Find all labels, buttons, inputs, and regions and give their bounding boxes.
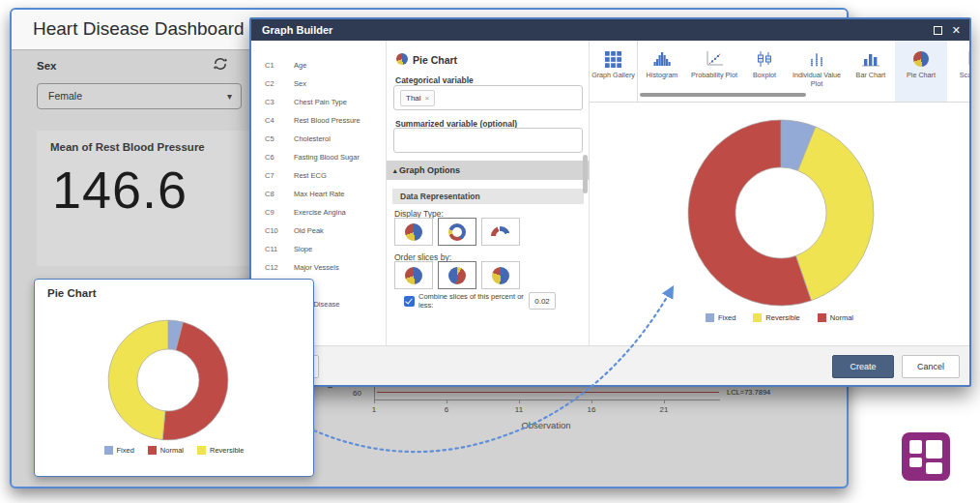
- screenshot-stage: Heart Disease Dashboard Sex Female ▾ Mea…: [0, 0, 980, 503]
- gallery-scrollbar[interactable]: [640, 93, 806, 97]
- dialog-footer: Reset Create Cancel: [251, 345, 969, 385]
- variable-chip-label: Thal: [406, 94, 421, 103]
- boxplot-icon: [755, 48, 774, 70]
- pie-chart-panel[interactable]: Pie Chart FixedNormalReversible: [34, 279, 314, 477]
- column-row-C10[interactable]: C10Old Peak: [251, 222, 386, 240]
- maximize-icon[interactable]: [934, 26, 942, 35]
- column-row-C3[interactable]: C3Chest Pain Type: [251, 93, 386, 111]
- refresh-icon[interactable]: [213, 56, 228, 72]
- minitab-logo: [902, 432, 950, 481]
- create-button[interactable]: Create: [832, 355, 894, 378]
- panel-title: Pie Chart: [413, 54, 457, 66]
- gallery-tab-label: Pie Chart: [905, 72, 937, 80]
- pie-chart-panel-title: Pie Chart: [47, 287, 97, 299]
- x-axis-ticks: 16111621: [374, 399, 683, 419]
- legend-item: Fixed: [104, 446, 134, 455]
- column-row-C11[interactable]: C11Slope: [251, 240, 386, 258]
- display-type-gauge-button[interactable]: [481, 218, 520, 246]
- column-row-C7[interactable]: C7Rest ECG: [251, 166, 386, 185]
- dialog-title: Graph Builder: [262, 24, 332, 36]
- remove-chip-icon[interactable]: ×: [425, 94, 430, 103]
- legend-item: Reversible: [753, 313, 799, 322]
- column-row-C8[interactable]: C8Max Heart Rate: [251, 185, 386, 203]
- gallery-tab-bar-chart[interactable]: Bar Chart: [847, 41, 895, 102]
- close-icon[interactable]: ✕: [952, 25, 961, 36]
- categorical-variable-label: Categorical variable: [395, 75, 474, 85]
- categorical-variable-input[interactable]: Thal ×: [393, 85, 583, 110]
- pie-chart-icon: [396, 53, 408, 65]
- x-tick: 1: [364, 405, 384, 414]
- sex-filter-label: Sex: [37, 60, 56, 72]
- column-row-C4[interactable]: C4Rest Blood Pressure: [251, 111, 386, 130]
- order-increasing-button[interactable]: [438, 261, 476, 289]
- dashboard-title: Heart Disease Dashboard: [33, 18, 245, 40]
- panel-scrollbar[interactable]: [583, 155, 588, 193]
- x-tick: 6: [437, 405, 456, 414]
- metric-label: Mean of Rest Blood Pressure: [50, 141, 205, 153]
- display-type-donut-button[interactable]: [438, 218, 476, 246]
- column-row-C5[interactable]: C5Cholesterol: [251, 130, 386, 148]
- legend-item: Fixed: [706, 313, 735, 322]
- combine-slices-checkbox[interactable]: [404, 296, 415, 307]
- probability-plot-icon: [705, 48, 724, 70]
- bar-chart-icon: [861, 48, 880, 70]
- grid-icon: [605, 48, 621, 70]
- metric-value: 146.6: [52, 160, 187, 220]
- control-chart-y-tick-60: 60: [338, 389, 361, 398]
- column-row-C6[interactable]: C6Fasting Blood Sugar: [251, 148, 386, 166]
- metric-card: Mean of Rest Blood Pressure 146.6: [37, 131, 259, 266]
- pie-icon: [405, 223, 422, 241]
- display-type-pie-button[interactable]: [394, 218, 433, 246]
- control-chart-lcl-line: [377, 392, 719, 393]
- pie-chart-options-panel: Pie Chart Categorical variable Thal × Su…: [387, 41, 590, 345]
- order-default-button[interactable]: [394, 261, 433, 289]
- dialog-titlebar[interactable]: Graph Builder ✕: [251, 19, 969, 41]
- chevron-down-icon: ▾: [227, 84, 232, 108]
- gauge-icon: [491, 226, 510, 237]
- gallery-tab-scatterplot[interactable]: Scatterplot: [947, 41, 969, 102]
- sex-dropdown[interactable]: Female ▾: [37, 83, 242, 109]
- column-row-C9[interactable]: C9Exercise Angina: [251, 203, 386, 222]
- graph-options-header[interactable]: ▴ Graph Options: [387, 161, 590, 180]
- column-row-C12[interactable]: C12Major Vessels: [251, 258, 386, 277]
- gallery-tab-label: Bar Chart: [854, 72, 888, 80]
- x-tick: 21: [654, 405, 674, 414]
- graph-options-label: Graph Options: [399, 165, 460, 175]
- gallery-tab-label: Individual Value Plot: [787, 72, 847, 88]
- combine-percent-input[interactable]: [529, 292, 556, 310]
- graph-builder-dialog: Graph Builder ✕ C1AgeC2SexC3Chest Pain T…: [249, 17, 971, 387]
- x-tick: 11: [509, 405, 529, 414]
- gallery-tab-label: Graph Gallery: [590, 72, 637, 80]
- gallery-tab-label: Scatterplot: [958, 72, 969, 80]
- variable-chip[interactable]: Thal ×: [400, 90, 435, 106]
- scatterplot-icon: [966, 48, 969, 70]
- combine-slices-row: Combine slices of this percent or less:: [404, 292, 556, 310]
- cancel-button[interactable]: Cancel: [902, 355, 960, 378]
- data-representation-header: Data Representation: [392, 189, 584, 204]
- gallery-tab-label: Probability Plot: [689, 72, 739, 80]
- preview-legend: FixedReversibleNormal: [590, 313, 969, 322]
- preview-donut-chart: [590, 103, 969, 345]
- chart-preview-area: FixedReversibleNormal: [590, 103, 969, 345]
- summarized-variable-input[interactable]: [393, 128, 583, 153]
- pie-chart-icon: [913, 48, 929, 70]
- x-tick: 16: [582, 405, 601, 414]
- dashboard-pie-legend: FixedNormalReversible: [35, 446, 313, 455]
- order-decreasing-button[interactable]: [481, 261, 520, 289]
- gallery-tab-graph-gallery[interactable]: Graph Gallery: [590, 41, 638, 102]
- column-row-C2[interactable]: C2Sex: [251, 74, 386, 93]
- control-chart-x-axis-label: Observation: [507, 420, 585, 430]
- sex-dropdown-value: Female: [48, 90, 82, 102]
- legend-item: Normal: [818, 313, 853, 322]
- display-type-options: [394, 218, 520, 246]
- pie-icon: [492, 267, 509, 284]
- gallery-tab-pie-chart[interactable]: Pie Chart: [895, 41, 947, 102]
- preview-panel: Graph GalleryHistogramProbability PlotBo…: [590, 41, 969, 345]
- collapse-icon: ▴: [393, 167, 397, 174]
- legend-item: Reversible: [197, 446, 244, 455]
- control-chart-lcl-label: LCL=73.7894: [727, 388, 770, 397]
- column-row-C1[interactable]: C1Age: [251, 56, 386, 74]
- order-slices-options: [394, 261, 520, 289]
- pie-icon: [448, 267, 466, 284]
- histogram-icon: [652, 48, 672, 70]
